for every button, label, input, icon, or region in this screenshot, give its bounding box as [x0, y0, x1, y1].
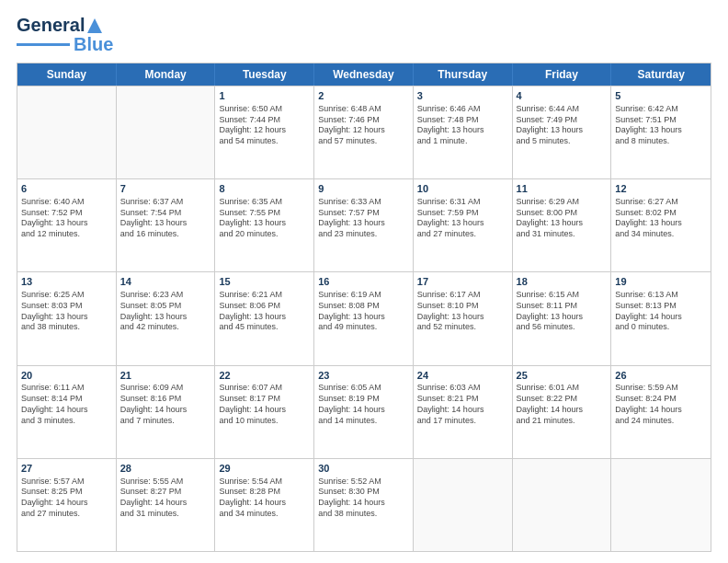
calendar-cell: 15Sunrise: 6:21 AM Sunset: 8:06 PM Dayli…	[215, 272, 314, 364]
calendar-cell: 13Sunrise: 6:25 AM Sunset: 8:03 PM Dayli…	[17, 272, 117, 364]
day-number: 19	[615, 275, 707, 289]
calendar-cell	[17, 86, 117, 178]
cell-info: Sunrise: 6:27 AM Sunset: 8:02 PM Dayligh…	[615, 197, 707, 240]
day-number: 10	[417, 182, 508, 196]
cell-info: Sunrise: 6:19 AM Sunset: 8:08 PM Dayligh…	[318, 290, 409, 333]
logo-icon	[86, 17, 103, 34]
calendar-cell: 14Sunrise: 6:23 AM Sunset: 8:05 PM Dayli…	[117, 272, 216, 364]
cell-info: Sunrise: 6:35 AM Sunset: 7:55 PM Dayligh…	[219, 197, 310, 240]
calendar-cell: 9Sunrise: 6:33 AM Sunset: 7:57 PM Daylig…	[314, 179, 414, 271]
cell-info: Sunrise: 5:54 AM Sunset: 8:28 PM Dayligh…	[219, 477, 310, 520]
calendar-cell: 10Sunrise: 6:31 AM Sunset: 7:59 PM Dayli…	[414, 179, 513, 271]
calendar-row: 27Sunrise: 5:57 AM Sunset: 8:25 PM Dayli…	[17, 458, 711, 551]
day-number: 29	[219, 462, 310, 476]
day-number: 20	[21, 369, 112, 383]
calendar: SundayMondayTuesdayWednesdayThursdayFrid…	[17, 63, 711, 552]
cell-info: Sunrise: 6:17 AM Sunset: 8:10 PM Dayligh…	[417, 290, 508, 333]
calendar-cell: 2Sunrise: 6:48 AM Sunset: 7:46 PM Daylig…	[314, 86, 414, 178]
day-number: 5	[615, 89, 707, 103]
calendar-cell: 30Sunrise: 5:52 AM Sunset: 8:30 PM Dayli…	[314, 459, 414, 551]
day-number: 14	[120, 275, 211, 289]
day-number: 11	[517, 182, 608, 196]
calendar-cell: 25Sunrise: 6:01 AM Sunset: 8:22 PM Dayli…	[513, 366, 612, 458]
calendar-row: 6Sunrise: 6:40 AM Sunset: 7:52 PM Daylig…	[17, 178, 711, 271]
calendar-cell: 5Sunrise: 6:42 AM Sunset: 7:51 PM Daylig…	[611, 86, 711, 178]
day-number: 26	[615, 369, 707, 383]
calendar-row: 13Sunrise: 6:25 AM Sunset: 8:03 PM Dayli…	[17, 271, 711, 364]
calendar-cell: 17Sunrise: 6:17 AM Sunset: 8:10 PM Dayli…	[414, 272, 513, 364]
day-number: 30	[318, 462, 409, 476]
cell-info: Sunrise: 6:48 AM Sunset: 7:46 PM Dayligh…	[318, 104, 409, 147]
cell-info: Sunrise: 5:57 AM Sunset: 8:25 PM Dayligh…	[21, 477, 112, 520]
day-number: 12	[615, 182, 707, 196]
cell-info: Sunrise: 6:09 AM Sunset: 8:16 PM Dayligh…	[120, 383, 211, 426]
weekday-header: Thursday	[414, 63, 513, 86]
weekday-header: Saturday	[611, 63, 711, 86]
day-number: 7	[120, 182, 211, 196]
cell-info: Sunrise: 6:31 AM Sunset: 7:59 PM Dayligh…	[417, 197, 508, 240]
weekday-header: Friday	[513, 63, 612, 86]
cell-info: Sunrise: 6:03 AM Sunset: 8:21 PM Dayligh…	[417, 383, 508, 426]
cell-info: Sunrise: 6:25 AM Sunset: 8:03 PM Dayligh…	[21, 290, 112, 333]
calendar-cell: 18Sunrise: 6:15 AM Sunset: 8:11 PM Dayli…	[513, 272, 612, 364]
calendar-cell	[513, 459, 612, 551]
day-number: 15	[219, 275, 310, 289]
cell-info: Sunrise: 6:40 AM Sunset: 7:52 PM Dayligh…	[21, 197, 112, 240]
calendar-cell	[117, 86, 216, 178]
cell-info: Sunrise: 5:55 AM Sunset: 8:27 PM Dayligh…	[120, 477, 211, 520]
calendar-cell: 27Sunrise: 5:57 AM Sunset: 8:25 PM Dayli…	[17, 459, 117, 551]
calendar-cell: 22Sunrise: 6:07 AM Sunset: 8:17 PM Dayli…	[215, 366, 314, 458]
day-number: 1	[219, 89, 310, 103]
calendar-cell: 6Sunrise: 6:40 AM Sunset: 7:52 PM Daylig…	[17, 179, 117, 271]
day-number: 8	[219, 182, 310, 196]
cell-info: Sunrise: 5:52 AM Sunset: 8:30 PM Dayligh…	[318, 477, 409, 520]
calendar-cell: 29Sunrise: 5:54 AM Sunset: 8:28 PM Dayli…	[215, 459, 314, 551]
day-number: 3	[417, 89, 508, 103]
day-number: 27	[21, 462, 112, 476]
cell-info: Sunrise: 6:33 AM Sunset: 7:57 PM Dayligh…	[318, 197, 409, 240]
cell-info: Sunrise: 5:59 AM Sunset: 8:24 PM Dayligh…	[615, 383, 707, 426]
calendar-cell: 1Sunrise: 6:50 AM Sunset: 7:44 PM Daylig…	[215, 86, 314, 178]
day-number: 28	[120, 462, 211, 476]
day-number: 24	[417, 369, 508, 383]
day-number: 9	[318, 182, 409, 196]
cell-info: Sunrise: 6:37 AM Sunset: 7:54 PM Dayligh…	[120, 197, 211, 240]
calendar-cell	[414, 459, 513, 551]
weekday-header: Sunday	[17, 63, 117, 86]
svg-marker-0	[87, 18, 102, 33]
cell-info: Sunrise: 6:46 AM Sunset: 7:48 PM Dayligh…	[417, 104, 508, 147]
cell-info: Sunrise: 6:29 AM Sunset: 8:00 PM Dayligh…	[517, 197, 608, 240]
header: General Blue	[17, 15, 711, 55]
day-number: 25	[517, 369, 608, 383]
page: General Blue SundayMondayTuesdayWednesda…	[0, 0, 728, 563]
cell-info: Sunrise: 6:42 AM Sunset: 7:51 PM Dayligh…	[615, 104, 707, 147]
calendar-cell: 24Sunrise: 6:03 AM Sunset: 8:21 PM Dayli…	[414, 366, 513, 458]
cell-info: Sunrise: 6:23 AM Sunset: 8:05 PM Dayligh…	[120, 290, 211, 333]
calendar-cell: 12Sunrise: 6:27 AM Sunset: 8:02 PM Dayli…	[611, 179, 711, 271]
calendar-cell: 8Sunrise: 6:35 AM Sunset: 7:55 PM Daylig…	[215, 179, 314, 271]
cell-info: Sunrise: 6:50 AM Sunset: 7:44 PM Dayligh…	[219, 104, 310, 147]
calendar-cell: 16Sunrise: 6:19 AM Sunset: 8:08 PM Dayli…	[314, 272, 414, 364]
calendar-body: 1Sunrise: 6:50 AM Sunset: 7:44 PM Daylig…	[17, 86, 711, 551]
calendar-cell: 4Sunrise: 6:44 AM Sunset: 7:49 PM Daylig…	[513, 86, 612, 178]
calendar-cell: 23Sunrise: 6:05 AM Sunset: 8:19 PM Dayli…	[314, 366, 414, 458]
cell-info: Sunrise: 6:21 AM Sunset: 8:06 PM Dayligh…	[219, 290, 310, 333]
day-number: 16	[318, 275, 409, 289]
cell-info: Sunrise: 6:01 AM Sunset: 8:22 PM Dayligh…	[517, 383, 608, 426]
calendar-cell: 28Sunrise: 5:55 AM Sunset: 8:27 PM Dayli…	[117, 459, 216, 551]
calendar-cell: 7Sunrise: 6:37 AM Sunset: 7:54 PM Daylig…	[117, 179, 216, 271]
cell-info: Sunrise: 6:15 AM Sunset: 8:11 PM Dayligh…	[517, 290, 608, 333]
cell-info: Sunrise: 6:11 AM Sunset: 8:14 PM Dayligh…	[21, 383, 112, 426]
day-number: 13	[21, 275, 112, 289]
day-number: 23	[318, 369, 409, 383]
day-number: 21	[120, 369, 211, 383]
weekday-header: Wednesday	[314, 63, 414, 86]
weekday-header: Tuesday	[215, 63, 314, 86]
calendar-cell: 20Sunrise: 6:11 AM Sunset: 8:14 PM Dayli…	[17, 366, 117, 458]
day-number: 18	[517, 275, 608, 289]
calendar-header: SundayMondayTuesdayWednesdayThursdayFrid…	[17, 63, 711, 86]
calendar-cell: 19Sunrise: 6:13 AM Sunset: 8:13 PM Dayli…	[611, 272, 711, 364]
cell-info: Sunrise: 6:05 AM Sunset: 8:19 PM Dayligh…	[318, 383, 409, 426]
logo-blue: Blue	[74, 34, 113, 55]
day-number: 4	[517, 89, 608, 103]
